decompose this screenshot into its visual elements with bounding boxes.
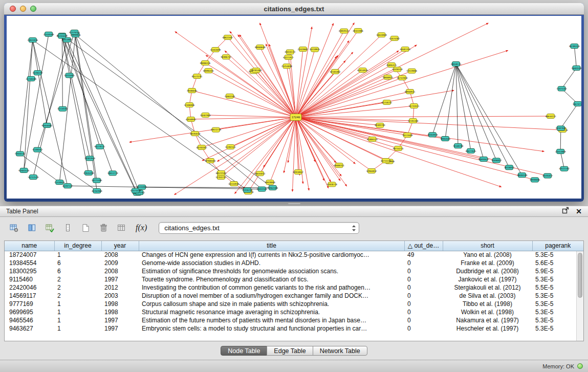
table-selector-dropdown[interactable]: citations_edges.txt bbox=[159, 222, 359, 234]
svg-text:24841016: 24841016 bbox=[27, 39, 38, 41]
tab-node-table[interactable]: Node Table bbox=[221, 346, 267, 356]
window-titlebar[interactable]: citations_edges.txt bbox=[4, 3, 584, 15]
table-cell: Structural magnetic resonance image aver… bbox=[139, 308, 404, 316]
svg-text:43859122: 43859122 bbox=[339, 30, 350, 32]
svg-text:12191300: 12191300 bbox=[408, 120, 419, 122]
svg-text:97683570: 97683570 bbox=[18, 169, 29, 172]
table-cell: Embryonic stem cells: a model to study s… bbox=[139, 324, 404, 333]
column-header-title[interactable]: title bbox=[139, 241, 404, 251]
data-table: namein_degreeyeartitle△ out_de…shortpage… bbox=[5, 241, 583, 333]
column-header-name[interactable]: name bbox=[5, 241, 54, 251]
network-graph[interactable]: 9040378481806124190850066968031153928778… bbox=[7, 16, 581, 199]
table-row[interactable]: 2242004622012Investigating the contribut… bbox=[5, 283, 583, 292]
table-row[interactable]: 1938455462009Genome-wide association stu… bbox=[5, 259, 583, 267]
panel-splitter[interactable] bbox=[0, 202, 588, 206]
svg-text:63245659: 63245659 bbox=[57, 35, 68, 37]
table-cell: 1 bbox=[54, 308, 101, 316]
svg-text:98960921: 98960921 bbox=[405, 91, 416, 93]
table-cell: Franke et al. (2009) bbox=[443, 259, 532, 267]
function-builder-button[interactable]: f(x) bbox=[133, 223, 150, 232]
column-header-pagerank[interactable]: pagerank bbox=[532, 241, 583, 251]
column-header-out_de[interactable]: △ out_de… bbox=[404, 241, 443, 251]
table-options-icon[interactable] bbox=[7, 221, 20, 234]
svg-text:52575510: 52575510 bbox=[130, 189, 141, 192]
show-columns-icon[interactable] bbox=[25, 221, 38, 234]
table-cell: Dudbridge et al. (2008) bbox=[443, 267, 532, 275]
svg-text:57406906: 57406906 bbox=[184, 104, 195, 106]
svg-text:25914983: 25914983 bbox=[61, 38, 72, 41]
svg-text:40581334: 40581334 bbox=[400, 48, 410, 51]
column-header-year[interactable]: year bbox=[101, 241, 139, 251]
table-row[interactable]: 946554611997Estimation of the future num… bbox=[5, 316, 583, 324]
table-panel-header: Table Panel ✕ bbox=[0, 206, 588, 217]
svg-text:26972739: 26972739 bbox=[210, 128, 221, 131]
single-column-icon[interactable] bbox=[61, 221, 74, 234]
svg-text:17240: 17240 bbox=[292, 116, 300, 119]
edit-table-icon[interactable] bbox=[43, 221, 56, 234]
table-cell: 2 bbox=[54, 292, 101, 300]
svg-text:79406685: 79406685 bbox=[187, 90, 198, 92]
table-cell: 5.3E-5 bbox=[532, 292, 583, 300]
table-cell: 0 bbox=[404, 283, 443, 292]
svg-text:68572105: 68572105 bbox=[216, 172, 227, 174]
network-canvas[interactable]: 9040378481806124190850066968031153928778… bbox=[7, 16, 581, 199]
svg-text:20962488: 20962488 bbox=[267, 187, 278, 189]
table-cell: 22420046 bbox=[5, 283, 54, 292]
svg-text:54712579: 54712579 bbox=[28, 176, 39, 179]
table-row[interactable]: 977716911998Corpus callosum shape and si… bbox=[5, 300, 583, 308]
table-row[interactable]: 1872400712008Changes of HCN gene express… bbox=[5, 251, 583, 259]
svg-text:81806124: 81806124 bbox=[367, 138, 378, 141]
svg-text:96906757: 96906757 bbox=[221, 56, 231, 58]
close-window-button[interactable] bbox=[10, 6, 16, 12]
svg-text:93693632: 93693632 bbox=[478, 158, 489, 161]
table-scrollbar[interactable] bbox=[576, 251, 583, 341]
svg-text:36711153: 36711153 bbox=[381, 160, 391, 162]
import-table-icon[interactable] bbox=[115, 221, 128, 234]
float-panel-icon[interactable] bbox=[562, 207, 569, 216]
table-row[interactable]: 946362711997Embryonic stem cells: a mode… bbox=[5, 324, 583, 333]
svg-text:19999006: 19999006 bbox=[530, 179, 540, 181]
table-cell: 5.3E-5 bbox=[532, 308, 583, 316]
table-cell: 1997 bbox=[101, 275, 139, 283]
new-table-icon[interactable] bbox=[79, 221, 92, 234]
svg-text:87980484: 87980484 bbox=[205, 160, 216, 162]
table-cell: Hescheler et al. (1997) bbox=[443, 324, 532, 333]
table-cell: 18724007 bbox=[5, 251, 54, 259]
table-row[interactable]: 1830029562008Estimation of significance … bbox=[5, 267, 583, 275]
scrollbar-thumb[interactable] bbox=[578, 253, 582, 298]
table-row[interactable]: 911546021997Tourette syndrome. Phenomeno… bbox=[5, 275, 583, 283]
table-cell: 2008 bbox=[101, 251, 139, 259]
minimize-window-button[interactable] bbox=[20, 6, 26, 12]
svg-text:69096456: 69096456 bbox=[203, 70, 214, 72]
table-cell: 9463627 bbox=[5, 324, 54, 333]
tab-edge-table[interactable]: Edge Table bbox=[267, 346, 313, 356]
table-cell: 6 bbox=[54, 259, 101, 267]
table-row[interactable]: 1456911722003Disruption of a novel membe… bbox=[5, 292, 583, 300]
table-cell: 49 bbox=[404, 251, 443, 259]
table-cell: 5.5E-5 bbox=[532, 283, 583, 292]
table-cell: 1 bbox=[54, 316, 101, 324]
svg-text:76286197: 76286197 bbox=[32, 72, 43, 74]
column-header-short[interactable]: short bbox=[443, 241, 532, 251]
svg-text:78604599: 78604599 bbox=[517, 174, 528, 177]
svg-text:44595037: 44595037 bbox=[542, 174, 553, 177]
table-row[interactable]: 969969511998Structural magnetic resonanc… bbox=[5, 308, 583, 316]
svg-text:10221486: 10221486 bbox=[92, 179, 102, 182]
column-header-in_degree[interactable]: in_degree bbox=[54, 241, 101, 251]
svg-text:25769489: 25769489 bbox=[26, 78, 36, 80]
tab-network-table[interactable]: Network Table bbox=[313, 346, 367, 356]
svg-text:78902601: 78902601 bbox=[440, 138, 451, 140]
svg-text:82101082: 82101082 bbox=[330, 71, 341, 73]
svg-text:32696852: 32696852 bbox=[491, 159, 502, 162]
svg-text:93056685: 93056685 bbox=[41, 124, 52, 127]
table-cell: 0 bbox=[404, 308, 443, 316]
table-cell: 5.9E-5 bbox=[532, 267, 583, 275]
svg-text:80789310: 80789310 bbox=[569, 45, 580, 48]
svg-text:69822487: 69822487 bbox=[223, 36, 233, 39]
table-cell: 1997 bbox=[101, 316, 139, 324]
delete-table-icon[interactable] bbox=[97, 221, 110, 234]
zoom-window-button[interactable] bbox=[30, 6, 36, 12]
close-panel-icon[interactable]: ✕ bbox=[576, 208, 582, 215]
svg-text:45207147: 45207147 bbox=[62, 185, 73, 187]
svg-text:49322806: 49322806 bbox=[353, 30, 363, 32]
